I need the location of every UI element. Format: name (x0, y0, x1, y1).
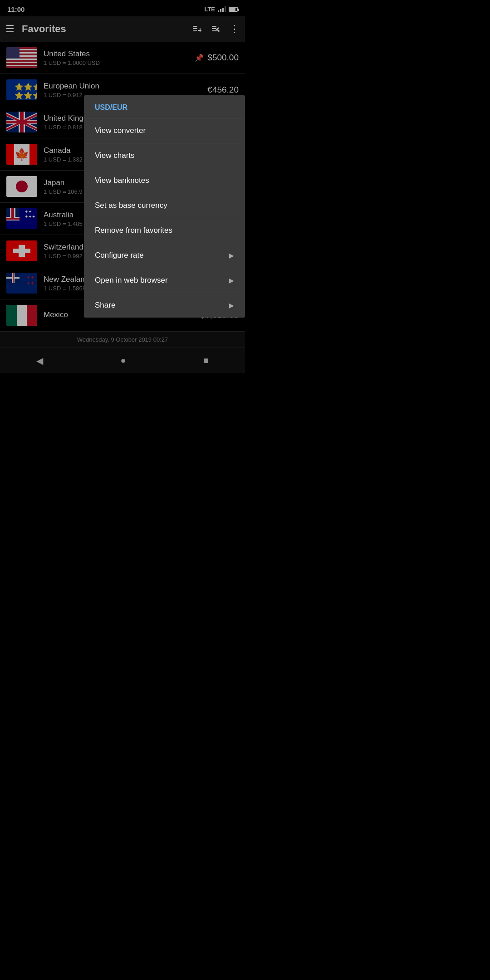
context-menu-item-remove-favorites[interactable]: Remove from favorites (84, 218, 245, 243)
context-menu-item-configure-rate[interactable]: Configure rate ▶ (84, 243, 245, 268)
context-menu-item-view-charts[interactable]: View charts (84, 143, 245, 168)
context-menu-item-set-base-currency[interactable]: Set as base currency (84, 193, 245, 218)
chevron-right-icon: ▶ (229, 252, 234, 259)
context-menu: USD/EUR View converter View charts View … (84, 95, 245, 318)
context-menu-title: USD/EUR (84, 95, 245, 118)
context-menu-item-view-converter[interactable]: View converter (84, 118, 245, 143)
context-menu-item-share[interactable]: Share ▶ (84, 293, 245, 318)
context-menu-item-view-banknotes[interactable]: View banknotes (84, 168, 245, 193)
chevron-right-icon-2: ▶ (229, 277, 234, 284)
chevron-right-icon-3: ▶ (229, 302, 234, 309)
context-menu-item-open-web[interactable]: Open in web browser ▶ (84, 268, 245, 293)
